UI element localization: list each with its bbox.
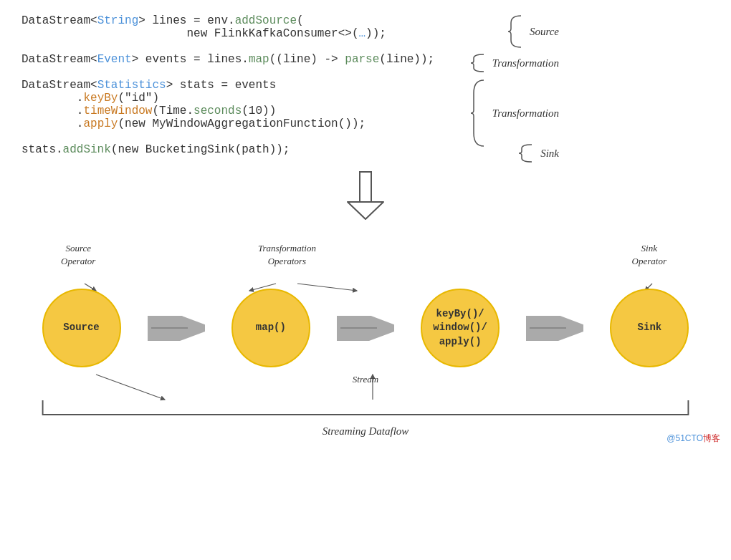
annotation-transformation2: Transformation: [492, 107, 559, 120]
source-node-wrapper: Source: [42, 289, 121, 367]
bottom-bracket-section: Streaming Dataflow: [22, 397, 710, 438]
stream-label: Stream: [353, 374, 378, 385]
main-container: DataStream<String> lines = env.addSource…: [0, 0, 731, 452]
dataflow-container: SourceOperator TransformationOperators S…: [22, 242, 710, 438]
stream-label-container: Stream: [22, 373, 710, 386]
svg-rect-0: [360, 172, 371, 202]
source-operator-label: SourceOperator: [61, 242, 95, 268]
source-node: Source: [42, 289, 121, 367]
map-node: map(): [231, 289, 310, 367]
sink-operator-label: SinkOperator: [632, 242, 666, 268]
arrow-down-container: [22, 170, 710, 221]
sink-node: Sink: [610, 289, 689, 367]
down-arrow-icon: [344, 170, 387, 221]
map-node-wrapper: map(): [231, 289, 310, 367]
code-line-2: new FlinkKafkaConsumer<>(…));: [22, 27, 566, 40]
arrow-keyby-sink-icon: [526, 316, 583, 341]
arrow-source-map-icon: [148, 316, 205, 341]
code-line-8: stats.addSink(new BucketingSink(path));: [22, 143, 566, 156]
arrow-map-keyby-icon: [337, 316, 394, 341]
annotation-transformation1: Transformation: [492, 57, 559, 69]
keyby-node-wrapper: keyBy()/window()/apply(): [421, 289, 500, 367]
annotation-source: Source: [530, 26, 559, 38]
streaming-dataflow-label: Streaming Dataflow: [36, 425, 695, 438]
svg-marker-1: [348, 202, 383, 219]
annotation-sink: Sink: [540, 148, 559, 160]
code-section: DataStream<String> lines = env.addSource…: [22, 14, 710, 156]
sink-node-wrapper: Sink: [610, 289, 689, 367]
watermark: @51CTO博客: [666, 433, 720, 445]
bottom-bracket-svg: [36, 397, 695, 418]
code-line-1: DataStream<String> lines = env.addSource…: [22, 14, 566, 27]
keyby-node: keyBy()/window()/apply(): [421, 289, 500, 367]
transformation-operators-label: TransformationOperators: [258, 242, 316, 268]
